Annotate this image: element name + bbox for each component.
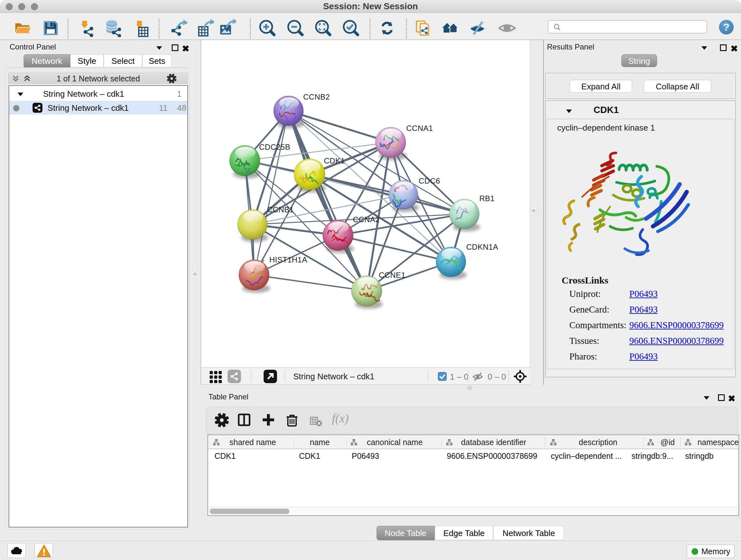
svg-text:CCNA2: CCNA2: [353, 215, 380, 224]
svg-text:CCNB2: CCNB2: [303, 92, 330, 101]
svg-text:CCNB1: CCNB1: [267, 205, 294, 214]
svg-text:CCNA1: CCNA1: [406, 124, 433, 132]
svg-text:CDC6: CDC6: [419, 177, 440, 185]
svg-text:HIST1H1A: HIST1H1A: [269, 255, 307, 264]
svg-text:CDK1: CDK1: [324, 157, 345, 165]
svg-text:CDKN1A: CDKN1A: [466, 243, 498, 251]
svg-text:RB1: RB1: [479, 194, 495, 203]
svg-text:CCNE1: CCNE1: [379, 271, 406, 279]
svg-text:CDC25B: CDC25B: [259, 143, 290, 151]
